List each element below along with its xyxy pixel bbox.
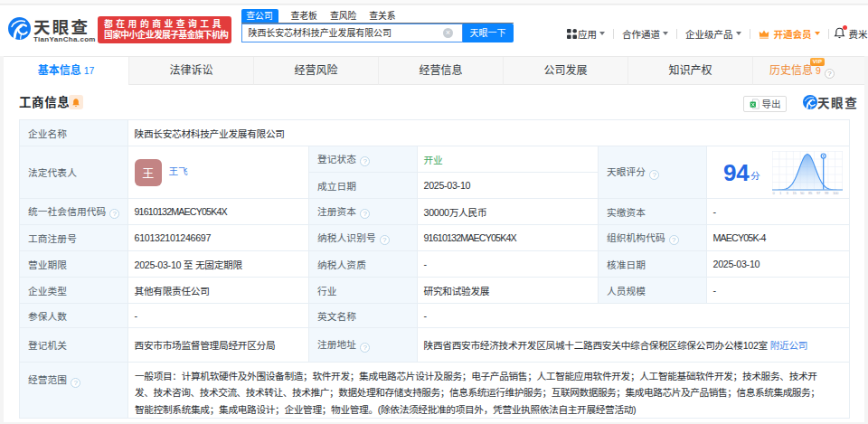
svg-text:99: 99 [825,191,829,195]
svg-text:15: 15 [792,191,797,195]
svg-text:85: 85 [808,191,813,195]
svg-text:0: 0 [772,191,775,195]
svg-text:1: 1 [779,191,782,195]
svg-text:97: 97 [816,191,821,195]
svg-text:100: 100 [833,191,839,195]
svg-text:3: 3 [786,191,788,195]
svg-text:50: 50 [800,191,805,195]
